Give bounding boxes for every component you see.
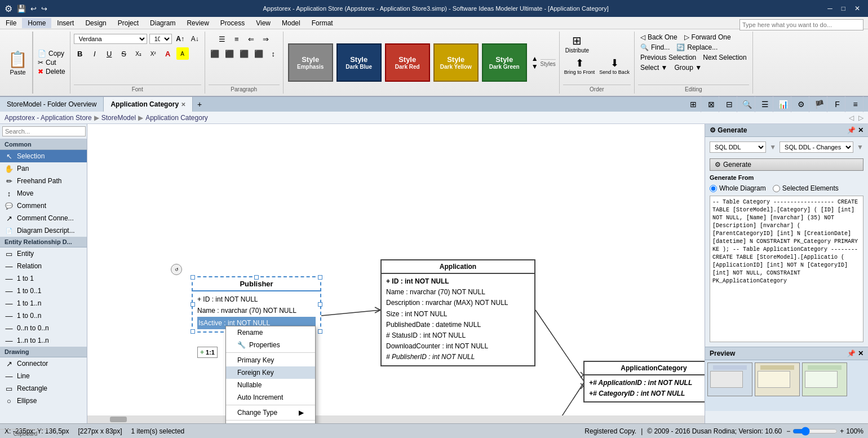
toolbar-zoom-fit-btn[interactable]: ⊟ bbox=[721, 96, 737, 112]
quick-access-redo[interactable]: ↪ bbox=[41, 5, 47, 13]
handle-tl[interactable] bbox=[191, 275, 195, 280]
bold-btn[interactable]: B bbox=[74, 47, 86, 60]
maximize-btn[interactable]: □ bbox=[838, 3, 849, 14]
toolbar-snap-btn[interactable]: ⊠ bbox=[703, 96, 719, 112]
menu-process[interactable]: Process bbox=[215, 18, 250, 28]
panel-item-comment[interactable]: 💬 Comment bbox=[0, 200, 87, 212]
sql-output[interactable]: -- Table Category ------------------ CRE… bbox=[710, 196, 863, 342]
menu-project[interactable]: Project bbox=[112, 18, 144, 28]
prev-selection-btn[interactable]: Previous Selection bbox=[638, 53, 698, 62]
handle-bl[interactable] bbox=[191, 329, 195, 334]
panel-item-entity[interactable]: ▭ Entity bbox=[0, 247, 87, 260]
font-color-btn[interactable]: A bbox=[162, 47, 174, 60]
radio-selected[interactable] bbox=[773, 185, 780, 192]
line-spacing-btn[interactable]: ↕ bbox=[267, 47, 280, 60]
ctx-properties[interactable]: 🔧 Properties bbox=[226, 339, 315, 351]
panel-search-input[interactable] bbox=[2, 126, 86, 136]
replace-btn[interactable]: 🔄 Replace... bbox=[674, 43, 720, 52]
highlight-btn[interactable]: A bbox=[176, 47, 189, 60]
add-tab-btn[interactable]: + bbox=[193, 98, 206, 111]
send-to-back-btn[interactable]: ⬇ Send to Back bbox=[598, 56, 631, 76]
toolbar-view-btn[interactable]: 🔍 bbox=[739, 96, 755, 112]
panel-item-0nto0n[interactable]: — 0..n to 0..n bbox=[0, 322, 87, 334]
copy-button[interactable]: 📄 Copy bbox=[36, 49, 68, 58]
radio-selected-label[interactable]: Selected Elements bbox=[773, 184, 839, 192]
toolbar-font-btn[interactable]: F bbox=[830, 96, 845, 112]
zoom-in-btn[interactable]: + bbox=[840, 427, 844, 435]
handle-br[interactable] bbox=[318, 329, 322, 334]
menu-diagram[interactable]: Diagram bbox=[144, 18, 181, 28]
group-btn[interactable]: Group ▼ bbox=[672, 63, 704, 72]
menu-model[interactable]: Model bbox=[276, 18, 306, 28]
toolbar-grid-btn[interactable]: ⊞ bbox=[685, 96, 701, 112]
italic-btn[interactable]: I bbox=[88, 47, 101, 60]
quick-access-save[interactable]: 💾 bbox=[17, 5, 26, 13]
quick-access-undo[interactable]: ↩ bbox=[30, 5, 37, 13]
cut-button[interactable]: ✂ Cut bbox=[36, 58, 68, 67]
bring-to-front-btn[interactable]: ⬆ Bring to Front bbox=[563, 56, 596, 76]
zoom-slider[interactable] bbox=[792, 427, 838, 436]
ddl-changes-select[interactable]: SQL DDL - Changes bbox=[780, 141, 853, 153]
menu-insert[interactable]: Insert bbox=[51, 18, 79, 28]
style-darkblue-btn[interactable]: Style Dark Blue bbox=[336, 43, 382, 82]
preview-thumb-2[interactable] bbox=[755, 362, 800, 396]
toolbar-list-btn[interactable]: ☰ bbox=[758, 96, 773, 112]
delete-button[interactable]: ✖ Delete bbox=[36, 67, 68, 76]
generate-panel-pin[interactable]: 📌 bbox=[847, 126, 856, 134]
toolbar-flag-btn[interactable]: 🏴 bbox=[812, 96, 827, 112]
superscript-btn[interactable]: X² bbox=[147, 47, 160, 60]
align-center-btn[interactable]: ⬛ bbox=[223, 47, 236, 60]
entity-publisher[interactable]: Publisher + ID : int NOT NULL Name : nva… bbox=[192, 276, 321, 333]
breadcrumb-nav-left[interactable]: ◁ bbox=[849, 114, 854, 122]
decrease-font-btn[interactable]: A↓ bbox=[189, 33, 201, 45]
align-right-btn[interactable]: ⬛ bbox=[238, 47, 250, 60]
breadcrumb-part-0[interactable]: Appstorex - Application Store bbox=[5, 114, 92, 122]
preview-thumb-1[interactable] bbox=[707, 362, 752, 396]
canvas-scrollbar[interactable] bbox=[87, 415, 705, 423]
strikethrough-btn[interactable]: S bbox=[118, 47, 130, 60]
menu-view[interactable]: View bbox=[250, 18, 276, 28]
panel-item-diagram-desc[interactable]: 📄 Diagram Descript... bbox=[0, 224, 87, 237]
ctx-primary-key[interactable]: Primary Key bbox=[226, 354, 315, 366]
panel-item-ellipse[interactable]: ○ Ellipse bbox=[0, 395, 87, 407]
panel-item-selection[interactable]: ↖ Selection bbox=[0, 150, 87, 162]
breadcrumb-part-1[interactable]: StoreModel bbox=[101, 114, 136, 122]
toolbar-settings-btn[interactable]: ⚙ bbox=[794, 96, 809, 112]
preview-thumb-3[interactable] bbox=[802, 362, 847, 396]
entity-appcategory[interactable]: ApplicationCategory +# ApplicationID : i… bbox=[583, 361, 705, 402]
subscript-btn[interactable]: X₂ bbox=[132, 47, 145, 60]
menu-home[interactable]: Home bbox=[22, 18, 51, 28]
ddl-type-select[interactable]: SQL DDL bbox=[710, 141, 766, 153]
panel-item-pan[interactable]: ✋ Pan bbox=[0, 162, 87, 175]
ctx-move-up[interactable]: ⬆ Move Up bbox=[226, 422, 315, 423]
ctx-nullable[interactable]: Nullable bbox=[226, 379, 315, 391]
help-search[interactable] bbox=[739, 19, 863, 30]
tab-store-model[interactable]: StoreModel - Folder Overview bbox=[0, 97, 104, 112]
decrease-indent-btn[interactable]: ⇐ bbox=[245, 33, 258, 45]
zoom-out-btn[interactable]: − bbox=[786, 427, 790, 435]
align-left-btn[interactable]: ⬛ bbox=[209, 47, 221, 60]
entity-application[interactable]: Application + ID : int NOT NULL Name : n… bbox=[380, 259, 535, 366]
find-btn[interactable]: 🔍 Find... bbox=[638, 43, 672, 52]
menu-format[interactable]: Format bbox=[306, 18, 339, 28]
underline-btn[interactable]: U bbox=[103, 47, 116, 60]
ctx-change-type[interactable]: Change Type ▶ bbox=[226, 406, 315, 419]
minimize-btn[interactable]: ─ bbox=[824, 3, 836, 14]
increase-indent-btn[interactable]: ⇒ bbox=[260, 33, 272, 45]
generate-panel-close[interactable]: ✕ bbox=[858, 126, 863, 134]
menu-review[interactable]: Review bbox=[181, 18, 214, 28]
paste-button[interactable]: 📋 Paste bbox=[3, 32, 33, 94]
panel-item-line[interactable]: — Line bbox=[0, 370, 87, 382]
menu-file[interactable]: File bbox=[0, 18, 22, 28]
panel-item-move[interactable]: ↕ Move bbox=[0, 187, 87, 200]
handle-tm[interactable] bbox=[254, 275, 259, 280]
font-family-select[interactable]: Verdana bbox=[74, 34, 147, 44]
numbered-btn[interactable]: ≡ bbox=[231, 33, 243, 45]
styles-scroll-btn[interactable]: ▲▼ bbox=[529, 52, 541, 73]
panel-item-comment-conn[interactable]: ↗ Comment Conne... bbox=[0, 212, 87, 224]
align-justify-btn[interactable]: ⬛ bbox=[253, 47, 265, 60]
panel-item-1to1[interactable]: — 1 to 1 bbox=[0, 272, 87, 285]
increase-font-btn[interactable]: A↑ bbox=[174, 33, 187, 45]
distribute-btn[interactable]: ⊞ Distribute bbox=[563, 33, 591, 55]
handle-ml[interactable] bbox=[191, 302, 195, 307]
